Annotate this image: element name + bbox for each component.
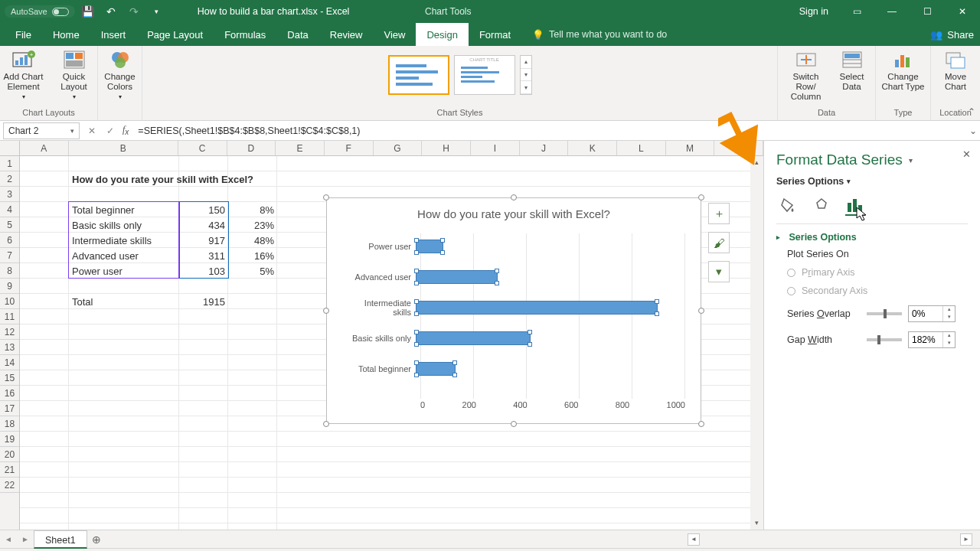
col-N[interactable]: N — [714, 141, 763, 155]
formula-input[interactable]: =SERIES(,Sheet1!$B$4:$B$8,Sheet1!$C$4:$C… — [132, 126, 966, 136]
save-icon[interactable]: 💾 — [78, 2, 98, 21]
chart-style-1[interactable] — [388, 55, 449, 95]
redo-icon[interactable]: ↷ — [124, 2, 144, 21]
fx-icon[interactable]: fx — [119, 124, 132, 136]
qat-customize-icon[interactable]: ▾ — [147, 2, 167, 21]
select-data-button[interactable]: Select Data — [834, 49, 871, 92]
enter-formula-icon[interactable]: ✓ — [101, 122, 119, 139]
vertical-scrollbar[interactable]: ▴ ▾ — [750, 156, 763, 530]
row-headers[interactable]: 12345 678910 1112131415 1617181920 2122 — [0, 156, 20, 530]
hscroll-right[interactable]: ► — [960, 533, 972, 546]
col-K[interactable]: K — [568, 141, 617, 155]
close-button[interactable]: ✕ — [945, 0, 980, 23]
tab-nav-next[interactable]: ► — [17, 535, 34, 543]
col-L[interactable]: L — [617, 141, 666, 155]
bar-intermediate-skills[interactable] — [416, 301, 658, 315]
col-G[interactable]: G — [374, 141, 423, 155]
cancel-formula-icon[interactable]: ✕ — [83, 122, 101, 139]
bar-power-user[interactable] — [416, 240, 443, 253]
pane-menu-icon[interactable]: ▾ — [909, 156, 913, 165]
tab-home[interactable]: Home — [42, 23, 90, 46]
col-A[interactable]: A — [20, 141, 69, 155]
col-J[interactable]: J — [520, 141, 569, 155]
col-B[interactable]: B — [69, 141, 178, 155]
cell-D5[interactable]: 23% — [228, 217, 277, 233]
sign-in-button[interactable]: Sign in — [789, 6, 839, 17]
tab-page-layout[interactable]: Page Layout — [136, 23, 214, 46]
expand-formula-bar-icon[interactable]: ⌄ — [966, 126, 980, 136]
series-overlap-input[interactable]: ▴▾ — [908, 305, 956, 322]
cell-C10[interactable]: 1915 — [179, 294, 228, 309]
tab-design[interactable]: Design — [416, 23, 468, 46]
series-overlap-slider[interactable] — [867, 312, 902, 315]
cell-D4[interactable]: 8% — [228, 202, 277, 217]
series-values-highlight — [179, 201, 229, 279]
move-chart-button[interactable]: Move Chart — [936, 49, 975, 92]
bar-advanced-user[interactable] — [416, 270, 498, 284]
close-pane-icon[interactable]: ✕ — [962, 148, 971, 160]
tell-me-search[interactable]: 💡 Tell me what you want to do — [521, 23, 667, 46]
gallery-scroll[interactable]: ▴▾▾ — [520, 55, 532, 95]
bar-total-beginner[interactable] — [416, 362, 456, 376]
tab-format[interactable]: Format — [469, 23, 521, 46]
bar-basic-skills[interactable] — [416, 331, 531, 345]
tab-data[interactable]: Data — [276, 23, 318, 46]
hscroll-left[interactable]: ◄ — [688, 533, 700, 546]
embedded-chart[interactable]: How do you rate your skill with Excel? P… — [326, 197, 701, 424]
change-colors-button[interactable]: Change Colors▾ — [103, 49, 138, 101]
maximize-button[interactable]: ☐ — [910, 0, 945, 23]
tab-formulas[interactable]: Formulas — [214, 23, 276, 46]
col-M[interactable]: M — [666, 141, 715, 155]
tab-view[interactable]: View — [373, 23, 416, 46]
name-box[interactable]: Chart 2▾ — [3, 122, 80, 139]
new-sheet-button[interactable]: ⊕ — [87, 533, 106, 546]
col-D[interactable]: D — [227, 141, 276, 155]
series-options-tab[interactable] — [845, 196, 865, 216]
collapse-ribbon-icon[interactable]: ⌃ — [968, 106, 975, 117]
series-options-header[interactable]: ▸ Series Options — [776, 232, 968, 243]
tab-file[interactable]: File — [5, 23, 42, 46]
col-E[interactable]: E — [276, 141, 325, 155]
fill-line-tab[interactable] — [778, 196, 798, 216]
change-chart-type-button[interactable]: Change Chart Type — [880, 49, 926, 92]
tab-insert[interactable]: Insert — [90, 23, 137, 46]
x-axis[interactable]: 0 200 400 600 800 1000 — [420, 400, 685, 412]
col-H[interactable]: H — [422, 141, 471, 155]
cell-D7[interactable]: 16% — [228, 248, 277, 263]
select-data-icon — [840, 49, 864, 70]
cell-B10[interactable]: Total — [69, 294, 179, 309]
chart-elements-button[interactable]: ＋ — [708, 203, 730, 224]
ribbon-display-options-icon[interactable]: ▭ — [839, 0, 874, 23]
cell-D8[interactable]: 5% — [228, 263, 277, 279]
gap-width-slider[interactable] — [867, 338, 902, 341]
cell-B2[interactable]: How do you rate your skill with Excel? — [69, 171, 299, 187]
chart-styles-gallery[interactable]: CHART TITLE ▴▾▾ — [388, 52, 532, 98]
plot-area[interactable]: Power user Advanced user Intermediate sk… — [344, 233, 685, 399]
gap-width-input[interactable]: ▴▾ — [908, 331, 956, 348]
sheet-tab-sheet1[interactable]: Sheet1 — [34, 530, 87, 549]
chart-styles-button[interactable]: 🖌 — [708, 232, 730, 253]
col-I[interactable]: I — [471, 141, 520, 155]
select-all-corner[interactable] — [0, 141, 20, 155]
col-C[interactable]: C — [178, 141, 227, 155]
tab-nav-prev[interactable]: ◄ — [0, 535, 17, 543]
col-F[interactable]: F — [325, 141, 374, 155]
switch-row-column-button[interactable]: Switch Row/ Column — [783, 49, 829, 103]
quick-layout-button[interactable]: Quick Layout▾ — [51, 49, 97, 101]
autosave-toggle[interactable]: AutoSave — [5, 5, 75, 18]
share-button[interactable]: 👥 Share — [930, 23, 974, 46]
chart-title[interactable]: How do you rate your skill with Excel? — [327, 198, 701, 220]
pane-subtitle[interactable]: Series Options▾ — [776, 176, 968, 187]
add-chart-element-button[interactable]: + Add Chart Element▾ — [1, 49, 47, 101]
column-headers[interactable]: A B C D E F G H I J K L M N — [0, 141, 763, 156]
effects-tab[interactable] — [812, 196, 831, 216]
minimize-button[interactable]: — — [874, 0, 910, 23]
tab-review[interactable]: Review — [319, 23, 374, 46]
chart-style-2[interactable]: CHART TITLE — [454, 55, 515, 95]
window-title: How to build a bar chart.xlsx - Excel — [167, 6, 789, 17]
undo-icon[interactable]: ↶ — [101, 2, 121, 21]
cell-D6[interactable]: 48% — [228, 233, 277, 248]
worksheet[interactable]: A B C D E F G H I J K L M N 12345 678910… — [0, 141, 764, 530]
chart-filters-button[interactable]: ▾ — [708, 261, 730, 282]
funnel-icon: ▾ — [716, 265, 722, 279]
